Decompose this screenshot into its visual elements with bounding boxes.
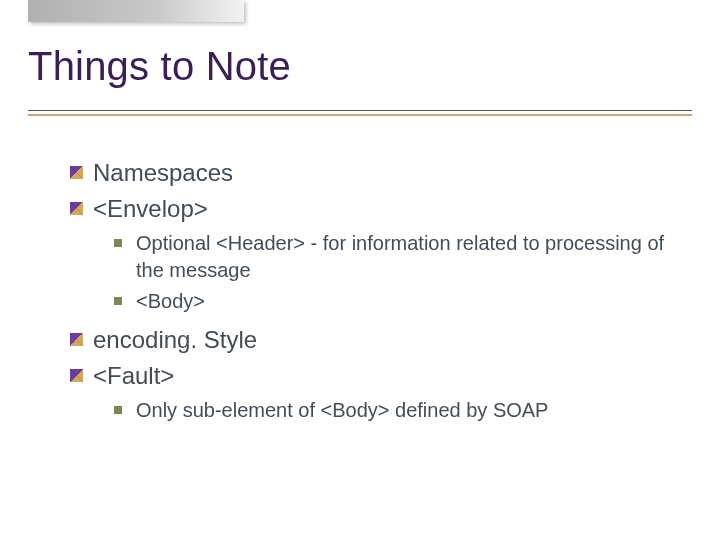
list-item-text: <Envelop>: [93, 194, 208, 224]
slide-content: Namespaces <Envelop> Optional <Header> -…: [70, 158, 680, 434]
title-underline: [28, 110, 692, 116]
list-item: Only sub-element of <Body> defined by SO…: [114, 397, 680, 424]
list-item: Namespaces: [70, 158, 680, 188]
list-item-text: <Body>: [136, 288, 205, 315]
slide: Things to Note Namespaces <Envelop> Opti…: [0, 0, 720, 540]
square-bullet-icon: [114, 406, 122, 414]
diamond-bullet-icon: [70, 202, 83, 215]
square-bullet-icon: [114, 239, 122, 247]
list-item: <Body>: [114, 288, 680, 315]
slide-title: Things to Note: [28, 44, 291, 89]
list-item: encoding. Style: [70, 325, 680, 355]
list-item-text: Namespaces: [93, 158, 233, 188]
list-item-text: <Fault>: [93, 361, 174, 391]
list-item-text: Only sub-element of <Body> defined by SO…: [136, 397, 548, 424]
list-item: <Envelop>: [70, 194, 680, 224]
sub-list: Optional <Header> - for information rela…: [114, 230, 680, 315]
list-item-text: Optional <Header> - for information rela…: [136, 230, 680, 284]
list-item: <Fault>: [70, 361, 680, 391]
square-bullet-icon: [114, 297, 122, 305]
sub-list: Only sub-element of <Body> defined by SO…: [114, 397, 680, 424]
list-item-text: encoding. Style: [93, 325, 257, 355]
diamond-bullet-icon: [70, 333, 83, 346]
list-item: Optional <Header> - for information rela…: [114, 230, 680, 284]
diamond-bullet-icon: [70, 166, 83, 179]
diamond-bullet-icon: [70, 369, 83, 382]
header-decoration: [28, 0, 244, 22]
